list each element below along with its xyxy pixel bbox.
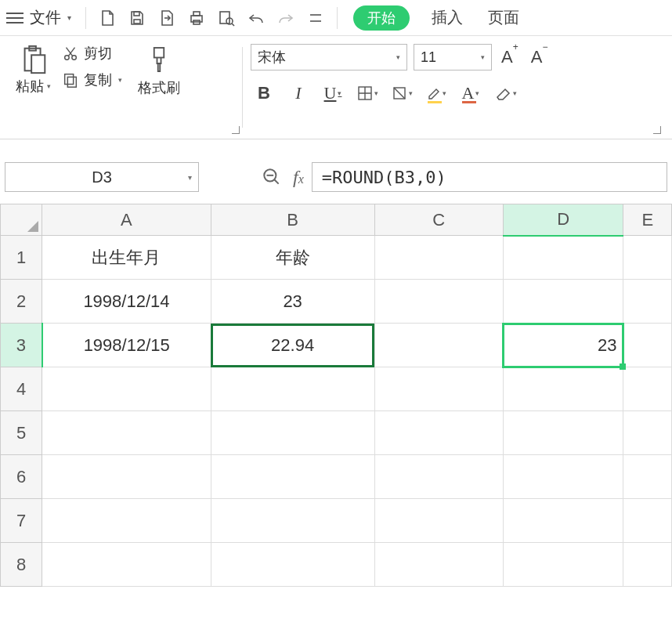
name-box-dropdown-icon[interactable]: ▾ <box>188 173 192 182</box>
svg-rect-3 <box>193 12 200 16</box>
col-header-d[interactable]: D <box>503 204 623 236</box>
cell-e2[interactable] <box>623 280 672 324</box>
cell-c3[interactable] <box>374 324 503 367</box>
col-header-e[interactable]: E <box>623 204 672 236</box>
cell-c5[interactable] <box>374 411 503 455</box>
row-header-4[interactable]: 4 <box>1 367 42 411</box>
export-icon[interactable] <box>154 5 180 31</box>
fx-icon[interactable]: fx <box>293 167 304 188</box>
col-header-c[interactable]: C <box>374 204 503 236</box>
row-header-5[interactable]: 5 <box>1 411 42 455</box>
grow-font-button[interactable]: A+ <box>498 47 522 67</box>
cell-e6[interactable] <box>623 455 672 499</box>
borders-button[interactable]: ▾ <box>354 80 381 107</box>
name-box[interactable]: D3 ▾ <box>5 162 199 192</box>
shrink-font-button[interactable]: A− <box>528 47 551 67</box>
new-doc-icon[interactable] <box>94 5 121 31</box>
cell-c6[interactable] <box>374 455 503 499</box>
print-icon[interactable] <box>183 5 210 31</box>
cell-c7[interactable] <box>374 499 503 543</box>
cell-a2[interactable]: 1998/12/14 <box>42 280 211 324</box>
cell-d7[interactable] <box>503 499 623 543</box>
cell-e7[interactable] <box>623 499 672 543</box>
formula-value: =ROUND(B3,0) <box>322 168 446 187</box>
cell-b8[interactable] <box>211 543 374 587</box>
customize-qat-icon[interactable] <box>302 5 329 31</box>
italic-button[interactable]: I <box>285 80 312 107</box>
cell-b5[interactable] <box>211 411 374 455</box>
row-header-7[interactable]: 7 <box>1 499 42 543</box>
cell-a6[interactable] <box>42 455 211 499</box>
menu-icon[interactable] <box>6 13 23 24</box>
cell-a8[interactable] <box>42 543 211 587</box>
paste-button[interactable]: 粘贴▾ <box>16 44 51 96</box>
cell-d5[interactable] <box>503 411 623 455</box>
row-header-3[interactable]: 3 <box>1 324 42 367</box>
row-header-8[interactable]: 8 <box>1 543 42 587</box>
undo-icon[interactable] <box>243 5 269 31</box>
cell-b6[interactable] <box>211 455 374 499</box>
cut-button[interactable]: 剪切 <box>62 44 122 63</box>
copy-button[interactable]: 复制▾ <box>62 71 122 89</box>
cell-fill-button[interactable]: ▾ <box>388 80 415 107</box>
cell-b7[interactable] <box>211 499 374 543</box>
cell-a1[interactable]: 出生年月 <box>42 236 211 280</box>
cell-c2[interactable] <box>374 280 503 324</box>
svg-rect-13 <box>67 77 76 87</box>
cell-d6[interactable] <box>503 455 623 499</box>
tab-page[interactable]: 页面 <box>488 7 519 28</box>
highlight-button[interactable]: ▾ <box>423 80 450 107</box>
font-family-select[interactable]: 宋体▾ <box>251 44 407 71</box>
redo-icon[interactable] <box>273 5 299 31</box>
tab-start[interactable]: 开始 <box>353 5 410 31</box>
cell-a5[interactable] <box>42 411 211 455</box>
cell-d4[interactable] <box>503 367 623 411</box>
eraser-button[interactable]: ▾ <box>492 80 518 107</box>
cell-b4[interactable] <box>211 367 374 411</box>
row-header-6[interactable]: 6 <box>1 455 42 499</box>
col-header-b[interactable]: B <box>211 204 374 236</box>
formula-input[interactable]: =ROUND(B3,0) <box>312 162 667 192</box>
font-size-select[interactable]: 11▾ <box>414 44 492 71</box>
cell-a4[interactable] <box>42 367 211 411</box>
cell-e8[interactable] <box>623 543 672 587</box>
select-all-corner[interactable] <box>1 204 42 236</box>
file-menu[interactable]: 文件 <box>30 7 61 28</box>
cell-e3[interactable] <box>623 324 672 367</box>
cell-b2[interactable]: 23 <box>211 280 374 324</box>
cell-e5[interactable] <box>623 411 672 455</box>
format-painter-button[interactable]: 格式刷 <box>138 44 180 97</box>
save-icon[interactable] <box>124 5 150 31</box>
cell-c4[interactable] <box>374 367 503 411</box>
col-header-a[interactable]: A <box>42 204 211 236</box>
svg-rect-0 <box>134 12 139 16</box>
print-preview-icon[interactable] <box>213 5 240 31</box>
cell-d3[interactable]: 23 <box>503 324 623 367</box>
bold-button[interactable]: B <box>251 80 277 107</box>
cell-d2[interactable] <box>503 280 623 324</box>
cell-b1[interactable]: 年龄 <box>211 236 374 280</box>
svg-rect-5 <box>220 12 229 24</box>
cell-c8[interactable] <box>374 543 503 587</box>
menu-bar: 文件 ▾ 开始 插入 页面 <box>0 0 672 36</box>
underline-button[interactable]: U▾ <box>320 80 346 107</box>
font-color-button[interactable]: A▾ <box>457 80 484 107</box>
cell-d8[interactable] <box>503 543 623 587</box>
zoom-out-icon[interactable] <box>262 167 282 187</box>
font-launcher-icon[interactable] <box>653 126 661 134</box>
cell-b3[interactable]: 22.94 <box>211 324 374 367</box>
file-dropdown-icon[interactable]: ▾ <box>67 13 71 22</box>
cell-c1[interactable] <box>374 236 503 280</box>
cell-a7[interactable] <box>42 499 211 543</box>
cell-a3[interactable]: 1998/12/15 <box>42 324 211 367</box>
tab-insert[interactable]: 插入 <box>432 7 463 28</box>
svg-rect-12 <box>65 74 74 85</box>
clipboard-launcher-icon[interactable] <box>232 126 240 134</box>
font-size-value: 11 <box>421 49 436 66</box>
cell-e1[interactable] <box>623 236 672 280</box>
row-header-1[interactable]: 1 <box>1 236 42 280</box>
row-header-2[interactable]: 2 <box>1 280 42 324</box>
cell-d1[interactable] <box>503 236 623 280</box>
cell-e4[interactable] <box>623 367 672 411</box>
format-painter-label: 格式刷 <box>138 78 180 97</box>
